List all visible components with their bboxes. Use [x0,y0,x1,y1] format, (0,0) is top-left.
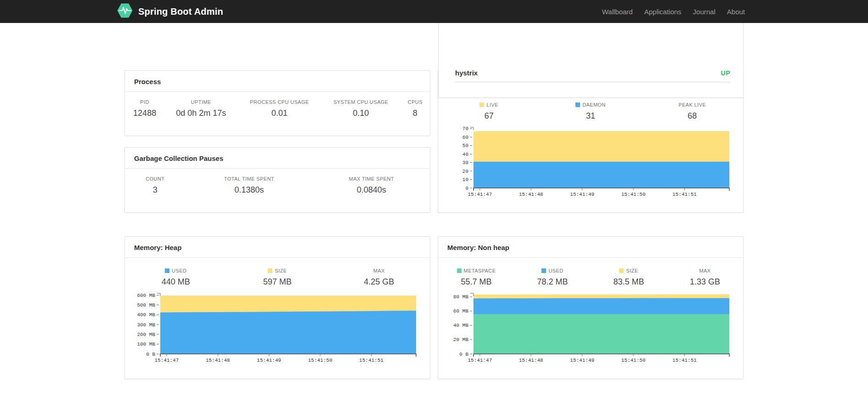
nav-item-journal[interactable]: Journal [693,8,716,16]
gc-stats-table: COUNTTOTAL TIME SPENTMAX TIME SPENT30.13… [125,170,430,195]
memory-nonheap-legend: METASPACEUSEDSIZEMAX55.7 MB78.2 MB83.5 M… [438,268,743,287]
svg-text:0: 0 [465,186,468,191]
stat-value: 3 [125,182,185,195]
stat-value: 31 [540,108,641,121]
stat-value: 597 MB [226,274,328,287]
stat-label: UPTIME [164,93,237,106]
svg-text:500 MB: 500 MB [137,302,155,308]
stat-label: SYSTEM CPU USAGE [321,93,400,106]
svg-text:15:41:51: 15:41:51 [672,358,697,363]
svg-text:20 MB: 20 MB [453,337,468,342]
process-card: Process PIDUPTIMEPROCESS CPU USAGESYSTEM… [124,70,430,136]
stat-label: METASPACE [438,268,514,274]
stat-label: TOTAL TIME SPENT [185,170,313,182]
svg-text:40 MB: 40 MB [453,323,468,328]
stat-value: 55.7 MB [438,274,514,287]
svg-text:50: 50 [462,143,468,148]
threads-chart: 01020304050607015:41:4715:41:4815:41:491… [438,124,743,198]
svg-text:15:41:49: 15:41:49 [570,358,594,363]
stat-value: 78.2 MB [514,274,591,287]
stat-label: USED [125,268,226,274]
memory-heap-legend: USEDSIZEMAX440 MB597 MB4.25 GB [125,268,430,287]
spring-boot-admin-logo-icon [117,3,133,20]
svg-text:15:41:49: 15:41:49 [257,358,281,363]
stat-value: 83.5 MB [591,274,667,287]
brand[interactable]: Spring Boot Admin [117,0,223,23]
spacer [439,82,743,97]
svg-text:60: 60 [462,135,468,140]
stat-value: 67 [438,108,540,121]
svg-text:15:41:48: 15:41:48 [519,192,543,197]
stat-label: PROCESS CPU USAGE [237,93,321,106]
nav-links: Wallboard Applications Journal About [602,0,745,23]
app-title: Spring Boot Admin [138,6,223,17]
threads-legend: LIVEDAEMONPEAK LIVE673168 [438,102,743,121]
gc-card-title: Garbage Collection Pauses [125,148,430,169]
svg-text:15:41:50: 15:41:50 [621,192,646,197]
stat-label: MAX [328,268,430,274]
svg-text:600 MB: 600 MB [137,293,155,298]
stat-value: 1.33 GB [667,274,743,287]
svg-text:300 MB: 300 MB [137,322,155,328]
stat-label: PID [125,93,164,106]
svg-text:0 B: 0 B [459,352,468,357]
svg-text:20: 20 [462,169,468,174]
svg-text:30: 30 [462,160,468,165]
svg-text:15:41:51: 15:41:51 [359,358,383,363]
svg-text:40: 40 [462,152,468,157]
nav-item-wallboard[interactable]: Wallboard [602,8,633,16]
stat-label: SIZE [591,268,667,274]
svg-text:80 MB: 80 MB [453,294,468,300]
stat-value: 440 MB [125,274,226,287]
memory-nonheap-card-title: Memory: Non heap [438,237,743,258]
stat-value: 12488 [125,106,164,118]
stat-label: PEAK LIVE [642,102,743,108]
memory-heap-card: Memory: Heap USEDSIZEMAX440 MB597 MB4.25… [124,236,430,379]
stat-label: MAX TIME SPENT [313,170,430,182]
nav-item-about[interactable]: About [727,8,745,16]
nav-item-applications[interactable]: Applications [644,8,682,16]
svg-text:100 MB: 100 MB [137,342,155,347]
legend-swatch [479,102,484,107]
svg-text:15:41:49: 15:41:49 [570,192,594,197]
process-stats-table: PIDUPTIMEPROCESS CPU USAGESYSTEM CPU USA… [125,93,430,118]
top-navbar: Spring Boot Admin Wallboard Applications… [0,0,868,23]
legend-swatch [541,268,546,273]
memory-heap-chart: 0 B100 MB200 MB300 MB400 MB500 MB600 MB1… [125,290,430,364]
svg-text:15:41:47: 15:41:47 [468,358,492,363]
memory-nonheap-chart: 0 B20 MB40 MB60 MB80 MB15:41:4715:41:481… [438,290,743,364]
svg-text:60 MB: 60 MB [453,308,468,314]
stat-label: SIZE [226,268,328,274]
stat-label: USED [514,268,591,274]
legend-swatch [457,268,462,273]
svg-text:0 B: 0 B [146,352,155,357]
legend-swatch [575,102,580,107]
stat-label: CPUS [400,93,430,106]
application-row[interactable]: hystrix UP [439,69,743,82]
memory-heap-card-title: Memory: Heap [125,237,430,258]
legend-swatch [268,268,272,273]
process-card-title: Process [125,71,430,92]
stat-value: 8 [400,106,430,118]
stat-label: LIVE [438,102,540,108]
application-name-link[interactable]: hystrix [455,69,478,77]
stat-value: 0.1380s [185,182,313,195]
stat-value: 68 [642,108,743,121]
svg-text:15:41:48: 15:41:48 [519,358,543,363]
gc-pauses-card: Garbage Collection Pauses COUNTTOTAL TIM… [124,147,430,213]
svg-text:15:41:48: 15:41:48 [206,358,230,363]
svg-text:70: 70 [462,126,468,131]
stat-label: COUNT [125,170,185,182]
stat-value: 4.25 GB [328,274,430,287]
svg-text:200 MB: 200 MB [137,332,155,337]
stat-value: 0.10 [321,106,400,118]
status-badge: UP [721,69,730,77]
memory-nonheap-card: Memory: Non heap METASPACEUSEDSIZEMAX55.… [438,236,744,379]
application-status-card: hystrix UP [438,19,744,98]
svg-text:10: 10 [462,177,468,182]
svg-text:15:41:47: 15:41:47 [468,192,492,197]
stat-value: 0.01 [237,106,321,118]
stat-value: 0d 0h 2m 17s [164,106,237,118]
stat-value: 0.0840s [313,182,430,195]
svg-text:15:41:47: 15:41:47 [154,358,179,363]
